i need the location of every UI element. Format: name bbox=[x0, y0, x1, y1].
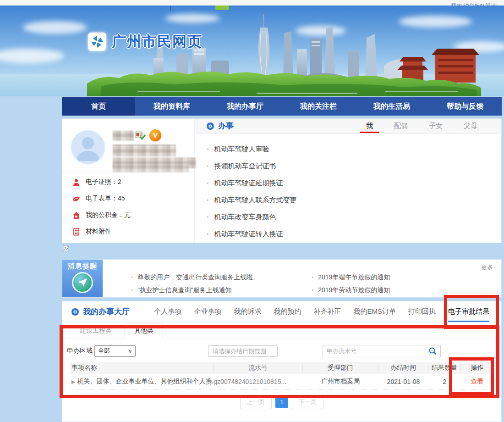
bullet-dot: • bbox=[312, 274, 313, 281]
nav-item-library[interactable]: 我的资料库 bbox=[135, 97, 208, 116]
cell-item-name[interactable]: ▶机关、团体、企业事业单位、其他组织和个人携... bbox=[70, 378, 214, 386]
current-page-button[interactable]: 1 bbox=[275, 396, 288, 408]
verified-v-badge: V bbox=[149, 129, 161, 141]
redacted-username bbox=[113, 131, 134, 141]
category-subtabs: 建设工程类 其他类 bbox=[62, 322, 501, 339]
message-reminder-title: 消息提醒 bbox=[62, 262, 103, 271]
tab-supplement-correction[interactable]: 补齐补正 bbox=[313, 301, 341, 322]
city-skyline-image bbox=[0, 6, 504, 96]
serial-number-input[interactable] bbox=[327, 348, 428, 355]
stat-electronic-forms[interactable]: 电子表单：45 bbox=[62, 191, 194, 206]
more-link[interactable]: 更多 bbox=[481, 263, 493, 272]
tab-personal-matters[interactable]: 个人事项 bbox=[154, 301, 181, 322]
nav-item-service-hall[interactable]: 我的办事厅 bbox=[208, 97, 282, 116]
view-link[interactable]: 查看 bbox=[471, 378, 484, 385]
message-link[interactable]: •2019年端午节放假的通知 bbox=[312, 273, 492, 282]
cell-serial: gz00748240121010815... bbox=[214, 378, 303, 385]
tab-ems-orders[interactable]: 我的EMS订单 bbox=[353, 301, 396, 322]
banshi-header: 办事 我 配偶 子女 父母 bbox=[195, 119, 501, 133]
tab-electronic-approval-results[interactable]: 电子审批结果 bbox=[448, 301, 489, 322]
site-logo: 广州市民网页 bbox=[88, 32, 203, 51]
service-link[interactable]: •机动车驾驶证延期换证 bbox=[207, 175, 501, 192]
message-reminder-card: 消息提醒 更多 •尊敬的用户，交通出行类查询服务上线啦。 •2019年端午节放假… bbox=[62, 259, 502, 298]
table-header-row: 事项名称 流水号 受理部门 办结时间 结果数量 操作 bbox=[70, 362, 494, 374]
tab-spouse[interactable]: 配偶 bbox=[394, 119, 408, 133]
profile-divider bbox=[62, 172, 194, 172]
person-icon bbox=[72, 178, 80, 186]
stat-housing-fund[interactable]: 0 我的公积金：元 bbox=[62, 208, 194, 222]
profile-stats: 电子证照：2 电子表单：45 0 我的公积金：元 bbox=[62, 173, 194, 239]
banner-artifact-green bbox=[215, 6, 229, 10]
paper-plane-icon bbox=[72, 272, 93, 293]
nav-item-help[interactable]: 帮助与反馈 bbox=[428, 97, 502, 116]
next-page-button[interactable]: 下一页 bbox=[292, 395, 323, 409]
col-header-dept: 受理部门 bbox=[303, 364, 378, 372]
top-right-clipped-text[interactable]: ▪ 我的 消息(54) 返回 bbox=[447, 2, 497, 6]
service-link[interactable]: •机动车驾驶证转入换证 bbox=[207, 226, 501, 243]
browser-top-strip: ▪ 我的 消息(54) 返回 bbox=[0, 0, 504, 6]
stat-electronic-certificates[interactable]: 电子证照：2 bbox=[62, 175, 194, 189]
bullet-dot: • bbox=[207, 197, 209, 204]
cell-finish-date: 2021-01-08 bbox=[378, 378, 429, 385]
pinwheel-logo-icon bbox=[88, 33, 106, 51]
prev-page-button[interactable]: 上一页 bbox=[240, 395, 272, 409]
message-link[interactable]: •“执业护士信息查询”服务上线通知 bbox=[131, 286, 312, 294]
hall-title: 我的办事大厅 bbox=[83, 306, 130, 317]
nav-item-home[interactable]: 首页 bbox=[62, 97, 135, 116]
nav-item-follow[interactable]: 我的关注栏 bbox=[282, 97, 355, 116]
banner-artifact-line bbox=[170, 6, 171, 11]
site-title: 广州市民网页 bbox=[112, 32, 203, 51]
pagination: 上一页 1 下一页 bbox=[62, 395, 501, 409]
banshi-panel: 办事 我 配偶 子女 父母 •机动车驾驶人审验 •换领机动车登记证书 •机动车驾… bbox=[195, 119, 501, 243]
tab-print-receipt[interactable]: 打印回执 bbox=[408, 301, 436, 322]
user-avatar[interactable] bbox=[71, 130, 105, 165]
filter-bar: 申办区域 全部 ∨ bbox=[62, 344, 501, 357]
bullet-dot: • bbox=[131, 274, 133, 281]
broken-image-icon bbox=[63, 245, 69, 251]
tab-my-appeals[interactable]: 我的诉求 bbox=[234, 301, 261, 322]
bullet-target-icon bbox=[71, 308, 79, 316]
svg-text:0: 0 bbox=[76, 215, 77, 218]
banshi-title: 办事 bbox=[218, 121, 234, 131]
message-link[interactable]: •尊敬的用户，交通出行类查询服务上线啦。 bbox=[131, 273, 312, 282]
search-icon[interactable] bbox=[428, 347, 437, 355]
tab-my-reservations[interactable]: 我的预约 bbox=[274, 301, 301, 322]
banshi-service-list: •机动车驾驶人审验 •换领机动车登记证书 •机动车驾驶证延期换证 •机动车驾驶人… bbox=[195, 133, 501, 243]
service-link[interactable]: •机动车改变车身颜色 bbox=[207, 209, 501, 226]
tab-enterprise-matters[interactable]: 企业事项 bbox=[194, 301, 221, 322]
message-list: •尊敬的用户，交通出行类查询服务上线啦。 •2019年端午节放假的通知 •“执业… bbox=[131, 273, 492, 294]
tab-me[interactable]: 我 bbox=[366, 119, 373, 133]
col-header-action: 操作 bbox=[460, 364, 494, 372]
hall-tabs: 个人事项 企业事项 我的诉求 我的预约 补齐补正 我的EMS订单 打印回执 电子… bbox=[142, 301, 492, 322]
bullet-dot: • bbox=[312, 287, 313, 294]
expand-arrow-icon[interactable]: ▶ bbox=[71, 379, 75, 384]
bullet-dot: • bbox=[207, 180, 209, 187]
hall-header: 我的办事大厅 个人事项 企业事项 我的诉求 我的预约 补齐补正 我的EMS订单 … bbox=[62, 301, 501, 322]
date-range-input[interactable] bbox=[208, 345, 278, 357]
results-table: 事项名称 流水号 受理部门 办结时间 结果数量 操作 ▶机关、团体、企业事业单位… bbox=[70, 362, 494, 389]
message-link[interactable]: •2019年劳动节放假的通知 bbox=[312, 286, 492, 294]
banshi-relation-tabs: 我 配偶 子女 父母 bbox=[366, 119, 477, 133]
service-link[interactable]: •机动车驾驶人审验 bbox=[207, 141, 501, 158]
cell-department: 广州市档案局 bbox=[303, 378, 378, 386]
subtab-other[interactable]: 其他类 bbox=[125, 323, 163, 339]
service-hall-card: 我的办事大厅 个人事项 企业事项 我的诉求 我的预约 补齐补正 我的EMS订单 … bbox=[62, 301, 502, 422]
tab-parents[interactable]: 父母 bbox=[464, 119, 477, 133]
form-sheet-icon bbox=[72, 195, 80, 203]
col-header-name: 事项名称 bbox=[70, 364, 214, 372]
redacted-id-line bbox=[113, 144, 176, 156]
serial-search-box bbox=[323, 345, 441, 357]
tab-children[interactable]: 子女 bbox=[429, 119, 443, 133]
profile-and-services-card: V 电子证照：2 电子表单：45 0 bbox=[62, 118, 502, 243]
bullet-dot: • bbox=[207, 146, 209, 153]
chevron-down-icon: ∨ bbox=[128, 348, 132, 354]
stat-material-attachments[interactable]: 材料附件 bbox=[62, 224, 194, 239]
service-link[interactable]: •换领机动车登记证书 bbox=[207, 158, 501, 175]
area-select[interactable]: 全部 ∨ bbox=[94, 345, 136, 357]
nav-item-life[interactable]: 我的生活易 bbox=[355, 97, 428, 116]
bullet-dot: • bbox=[131, 287, 133, 294]
col-header-serial: 流水号 bbox=[214, 364, 303, 372]
col-header-date: 办结时间 bbox=[378, 364, 429, 372]
service-link[interactable]: •机动车驾驶人联系方式变更 bbox=[207, 192, 501, 209]
subtab-construction[interactable]: 建设工程类 bbox=[73, 323, 118, 338]
